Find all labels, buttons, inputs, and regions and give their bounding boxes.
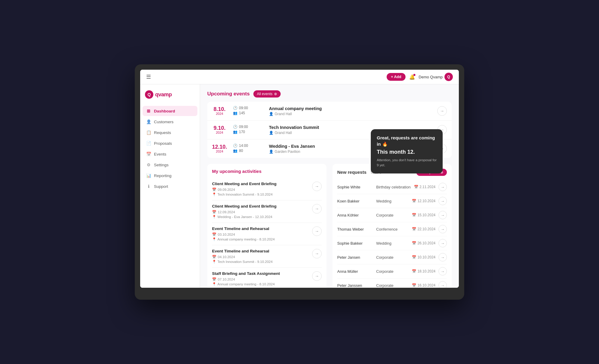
- settings-icon: ⚙: [146, 162, 151, 167]
- sidebar-item-label: Support: [154, 184, 168, 189]
- add-button[interactable]: + Add: [387, 73, 406, 81]
- main-content: Upcoming events All events ⊕ 8.10. 2024: [200, 84, 459, 288]
- upcoming-events-header: Upcoming events All events ⊕: [207, 90, 452, 98]
- people-icon: 👥: [233, 111, 238, 115]
- sidebar-item-customers[interactable]: 👤 Customers: [143, 117, 197, 127]
- req-type: Corporate: [376, 269, 412, 274]
- request-row: Peter Jansen Corporate 📅 10.10.2024 →: [337, 250, 447, 264]
- sidebar-item-proposals[interactable]: 📄 Proposals: [143, 138, 197, 148]
- event-time: 🕐 09:00: [233, 106, 263, 110]
- calendar-icon: 📅: [212, 232, 216, 237]
- request-row: Anna Köhler Corporate 📅 15.10.2024 →: [337, 208, 447, 222]
- notif-count: This month 12.: [377, 149, 437, 155]
- activity-go-button[interactable]: →: [312, 249, 322, 258]
- sidebar-item-events[interactable]: 📅 Events: [143, 149, 197, 159]
- request-go-button[interactable]: →: [438, 197, 447, 205]
- request-go-button[interactable]: →: [438, 239, 447, 247]
- sidebar-item-label: Requests: [154, 130, 171, 135]
- req-name: Peter Jansen: [337, 255, 376, 260]
- sidebar-item-dashboard[interactable]: ⊞ Dashboard: [143, 106, 197, 116]
- event-date: 9.10. 2024: [212, 125, 227, 134]
- pin-icon: 📍: [212, 237, 216, 241]
- request-row: Koen Bakker Wedding 📅 12.10.2024 →: [337, 194, 447, 208]
- clock-icon: 🕐: [233, 144, 238, 148]
- notif-sub: Attention, you don't have a proposal for…: [377, 158, 437, 168]
- event-year: 2024: [212, 131, 227, 134]
- request-go-button[interactable]: →: [438, 225, 447, 233]
- sidebar-item-requests[interactable]: 📋 Requests: [143, 127, 197, 138]
- req-date: 📅 10.10.2024: [412, 255, 435, 259]
- upcoming-events-title: Upcoming events: [207, 91, 250, 97]
- request-go-button[interactable]: →: [438, 183, 447, 191]
- event-meta: 🕐 09:00 👥 145: [233, 106, 263, 116]
- clock-icon: 🕐: [233, 106, 238, 110]
- calendar-icon: 📅: [412, 283, 416, 287]
- activity-go-button[interactable]: →: [312, 226, 322, 236]
- sidebar-item-reporting[interactable]: 📊 Reporting: [143, 170, 197, 181]
- activity-go-button[interactable]: →: [312, 182, 322, 191]
- sidebar-item-support[interactable]: ℹ Support: [143, 181, 197, 191]
- bottom-grid: My upcoming activities Client Meeting an…: [207, 164, 452, 288]
- people-icon: 👥: [233, 130, 238, 134]
- sidebar-item-label: Settings: [154, 163, 169, 167]
- sidebar-item-label: Customers: [154, 120, 173, 124]
- request-go-button[interactable]: →: [438, 211, 447, 219]
- activity-item: Client Meeting and Event Briefing 📅 09.0…: [212, 178, 322, 200]
- notification-icon[interactable]: 🔔: [409, 74, 415, 80]
- top-bar: ☰ + Add 🔔 Demo Qvamp Q: [140, 70, 459, 84]
- sidebar-item-label: Reporting: [154, 173, 172, 178]
- sidebar-item-settings[interactable]: ⚙ Settings: [143, 160, 197, 170]
- pin-icon: 📍: [212, 282, 216, 286]
- logo-text: qvamp: [155, 92, 172, 98]
- event-year: 2024: [212, 150, 227, 153]
- activity-go-button[interactable]: →: [312, 271, 322, 281]
- event-date: 8.10. 2024: [212, 106, 227, 115]
- location-icon: 👤: [269, 131, 273, 135]
- req-name: Peter Janssen: [337, 283, 376, 288]
- req-type: Wedding: [376, 241, 412, 246]
- top-bar-right: + Add 🔔 Demo Qvamp Q: [387, 73, 453, 81]
- logo-area: Q qvamp: [140, 84, 200, 106]
- req-date: 📅 16.10.2024: [412, 283, 435, 287]
- requests-title: New requests: [337, 170, 367, 175]
- hamburger-icon[interactable]: ☰: [146, 74, 151, 80]
- req-type: Corporate: [376, 283, 412, 288]
- request-go-button[interactable]: →: [438, 281, 447, 288]
- event-row: 8.10. 2024 🕐 09:00 👥 145: [207, 102, 452, 121]
- pin-icon: 📍: [212, 192, 216, 197]
- user-info[interactable]: Demo Qvamp Q: [419, 73, 453, 81]
- event-go-button[interactable]: →: [437, 106, 447, 116]
- req-type: Wedding: [376, 199, 412, 203]
- user-name: Demo Qvamp: [419, 75, 443, 79]
- event-day: 8.10.: [212, 106, 227, 112]
- dashboard-icon: ⊞: [146, 109, 151, 113]
- event-date: 12.10. 2024: [212, 144, 227, 153]
- req-name: Sophie Bakker: [337, 241, 376, 246]
- sidebar-nav: ⊞ Dashboard 👤 Customers 📋 Requests 📄 Pro…: [140, 106, 200, 191]
- calendar-icon: 📅: [412, 213, 416, 217]
- calendar-icon: 📅: [414, 185, 418, 189]
- reporting-icon: 📊: [146, 173, 151, 178]
- activity-item: Event Timeline and Rehearsal 📅 04.10.202…: [212, 245, 322, 268]
- req-name: Sophie White: [337, 185, 376, 189]
- requests-card: New requests Total 9 All requests ⊕ Soph…: [332, 164, 452, 288]
- proposals-icon: 📄: [146, 141, 151, 146]
- people-icon: 👥: [233, 149, 238, 153]
- event-day: 9.10.: [212, 125, 227, 131]
- clock-icon: 🕐: [233, 125, 238, 129]
- activities-title: My upcoming activities: [212, 169, 322, 174]
- calendar-icon: 📅: [412, 255, 416, 259]
- calendar-icon: 📅: [212, 210, 216, 214]
- activity-go-button[interactable]: →: [312, 204, 322, 214]
- req-type: Birthday celebration: [376, 185, 414, 189]
- requests-list: Sophie White Birthday celebration 📅 2.11…: [337, 180, 447, 288]
- request-row: Anna Müller Corporate 📅 18.10.2024 →: [337, 264, 447, 278]
- event-attendees: 👥 145: [233, 111, 263, 115]
- customers-icon: 👤: [146, 119, 151, 124]
- all-events-button[interactable]: All events ⊕: [253, 90, 281, 98]
- event-name: Annual company meeting 👤 Grand Hall: [269, 106, 431, 116]
- req-name: Thomas Weber: [337, 227, 376, 232]
- pin-icon: 📍: [212, 215, 216, 219]
- request-go-button[interactable]: →: [438, 253, 447, 261]
- request-go-button[interactable]: →: [438, 267, 447, 275]
